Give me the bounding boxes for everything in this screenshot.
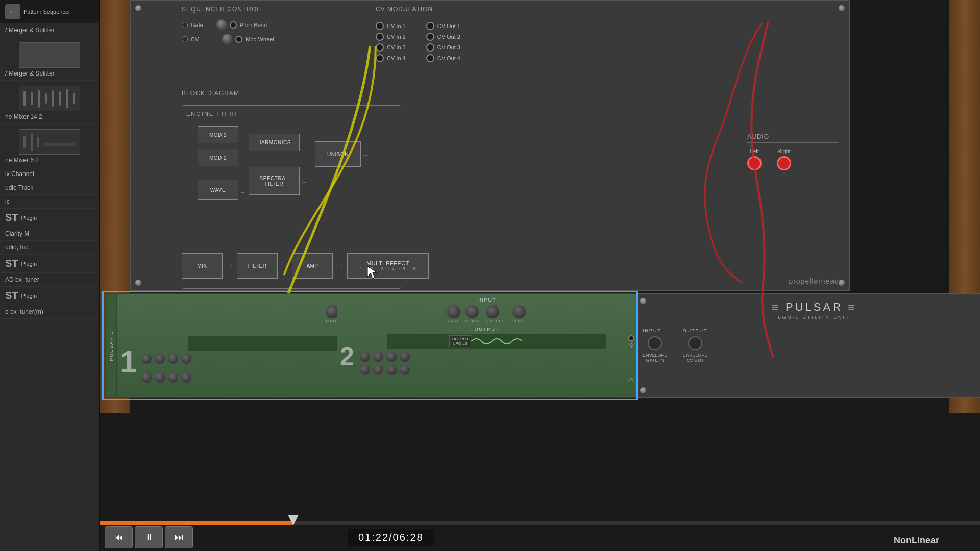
- pulsar-output-port[interactable]: [688, 336, 702, 350]
- sidebar-item-1[interactable]: / Merger & Splitter: [0, 37, 99, 81]
- mod-wheel-port[interactable]: [235, 36, 242, 43]
- pitch-bend-knob[interactable]: [216, 19, 227, 31]
- sidebar-item-ic[interactable]: ic: [0, 195, 99, 209]
- audio-title: Audio: [747, 133, 839, 140]
- cv-label: CV: [191, 36, 199, 42]
- pulsar-io-section: INPUT ENVELOPE GATE IN OUTPUT ENVELOPE C…: [643, 328, 980, 363]
- sidebar-item-st-plugin-3[interactable]: ST Plugin: [0, 287, 99, 305]
- mod-wheel-knob[interactable]: [222, 34, 232, 45]
- sidebar-item-bxtuner-m[interactable]: b bx_tuner(m): [0, 305, 99, 319]
- cv-radio[interactable]: [182, 36, 188, 42]
- lfo2-output-lfo2-label: OUTPUTLFO #2: [449, 335, 471, 347]
- lfo1-bot-knob-b[interactable]: [154, 372, 165, 383]
- lfo1-knob-d[interactable]: [181, 353, 192, 364]
- lfo2-shuffle-knob[interactable]: [485, 305, 500, 319]
- lfo1-bot-knob-c[interactable]: [167, 372, 179, 383]
- mod1-block[interactable]: MOD 1: [198, 126, 238, 143]
- unison-block[interactable]: UNISON: [315, 141, 361, 167]
- lfo1-knob-c[interactable]: [167, 353, 179, 364]
- lfo2-bot-knob-c[interactable]: [386, 364, 397, 375]
- sidebar-item-label: AD bx_tuner: [5, 276, 93, 283]
- lfo1-bot-knob-a[interactable]: [141, 372, 152, 383]
- lfo2-phase-knob[interactable]: [465, 305, 479, 319]
- lfo2-panel: INPUT RATE PHASE SHUFFLE LEVEL OUTPUT 2: [337, 293, 638, 398]
- wave-label: WAVE: [210, 187, 226, 193]
- mix-block[interactable]: MIX: [182, 253, 223, 279]
- progress-track[interactable]: [100, 521, 980, 525]
- cv-out-2-port[interactable]: [426, 33, 434, 41]
- cv-in-1-port[interactable]: [376, 22, 384, 30]
- pulsar-input-section: INPUT ENVELOPE GATE IN: [643, 328, 668, 363]
- sidebar-item-clarity[interactable]: Clarity M: [0, 227, 99, 241]
- multi-effect-chain-label: 1 → 2 → 3 → 4 → 5 → 6: [360, 266, 416, 271]
- sidebar-item-audio-inc[interactable]: udio, Inc.: [0, 241, 99, 255]
- lfo2-level-knob[interactable]: [512, 305, 526, 319]
- mod1-label: MOD 1: [209, 132, 227, 138]
- lfo1-knob-b[interactable]: [154, 353, 165, 364]
- gate-radio[interactable]: [182, 22, 188, 28]
- sidebar-item-audiotrack[interactable]: udio Track: [0, 181, 99, 195]
- cv-in-1-label: CV In 1: [387, 23, 406, 29]
- multi-effect-label: MULTI EFFECT: [366, 260, 409, 266]
- spectral-filter-block[interactable]: SPECTRAL FILTER: [249, 167, 300, 195]
- mod2-block[interactable]: MOD 2: [198, 149, 238, 166]
- arrow-unison-right: →: [362, 152, 369, 159]
- lfo1-knob-a[interactable]: [141, 353, 152, 364]
- cv-in-3-port[interactable]: [376, 43, 384, 52]
- sidebar-item-label: b bx_tuner(m): [5, 308, 93, 315]
- play-pause-button[interactable]: ⏸: [135, 526, 163, 548]
- audio-divider: [747, 142, 839, 143]
- nonlinear-text: NonLinear: [894, 535, 939, 545]
- cv-out-3-port[interactable]: [426, 43, 434, 52]
- lfo2-rate-knob[interactable]: [447, 305, 461, 319]
- cv-out-group: CV Out 1 CV Out 2 CV Out 3 CV Out 4: [426, 19, 460, 65]
- sidebar-item-bxtuner[interactable]: AD bx_tuner: [0, 273, 99, 287]
- cv-modulation-section: CV Modulation CV In 1 CV In 2 CV In 3: [376, 6, 590, 65]
- sidebar-item-0[interactable]: / Merger & Splitter: [0, 23, 99, 37]
- lfo2-knob-d[interactable]: [399, 351, 410, 362]
- pulsar-input-port[interactable]: [648, 336, 662, 350]
- sidebar-item-st-plugin-1[interactable]: ST Plugin: [0, 209, 99, 227]
- lfo1-bot-knob-d[interactable]: [181, 372, 192, 383]
- right-jack[interactable]: [777, 156, 791, 170]
- block-diagram-title: Block Diagram: [182, 90, 621, 97]
- cv-in-3-label: CV In 3: [387, 44, 406, 51]
- sidebar-item-mixer6[interactable]: ne Mixer 6:2: [0, 124, 99, 167]
- sidebar-item-mixchannel[interactable]: ix Channel: [0, 167, 99, 181]
- cv-out-1-port[interactable]: [426, 22, 434, 30]
- filter-block[interactable]: FILTER: [237, 253, 278, 279]
- multi-effect-block[interactable]: MULTI EFFECT 1 → 2 → 3 → 4 → 5 → 6: [347, 253, 429, 279]
- lfo2-bot-knob-d[interactable]: [399, 364, 410, 375]
- lfo2-output-title: OUTPUT: [340, 327, 634, 332]
- wave-block[interactable]: WAVE: [198, 180, 238, 200]
- lfo2-bot-knob-a[interactable]: [359, 364, 371, 375]
- pulsar-screw-bl: [640, 387, 647, 394]
- pitch-bend-port[interactable]: [230, 21, 237, 29]
- amp-block[interactable]: AMP: [292, 253, 333, 279]
- cv-out-4-label: CV Out 4: [437, 55, 460, 61]
- sidebar-item-st-plugin-2[interactable]: ST Plugin: [0, 255, 99, 273]
- lfo2-knob-b[interactable]: [373, 351, 384, 362]
- arrow-spectral-unison: →: [301, 179, 307, 186]
- pulsar-screw-tl: [640, 297, 647, 305]
- harmonics-block[interactable]: HARMONICS: [249, 134, 300, 151]
- cv-in-2-port[interactable]: [376, 33, 384, 41]
- lfo2-knob-c[interactable]: [386, 351, 397, 362]
- cv-in-4-port[interactable]: [376, 54, 384, 62]
- lfo2-input-title: INPUT: [340, 297, 634, 303]
- propellerhead-logo: propellerhead: [789, 277, 839, 285]
- cv-out-4-port[interactable]: [426, 54, 434, 62]
- lfo2-knob-a[interactable]: [359, 351, 371, 362]
- left-jack[interactable]: [747, 156, 762, 170]
- cv-in-4-row: CV In 4: [376, 54, 406, 62]
- rewind-button[interactable]: ⏮: [105, 526, 133, 548]
- lfo2-cv-port[interactable]: [628, 335, 634, 341]
- lfo-side-label: PULSAR 1: [106, 294, 117, 397]
- forward-button[interactable]: ⏭: [165, 526, 193, 548]
- back-button[interactable]: ←: [5, 4, 20, 19]
- sidebar-item-mixer14[interactable]: ne Mixer 14:2: [0, 81, 99, 124]
- gate-row: Gate Pitch Bend: [182, 19, 365, 31]
- unison-label: UNISON: [327, 152, 349, 157]
- lfo2-bot-knob-b[interactable]: [373, 364, 384, 375]
- sidebar-thumbnail-1: [19, 42, 80, 68]
